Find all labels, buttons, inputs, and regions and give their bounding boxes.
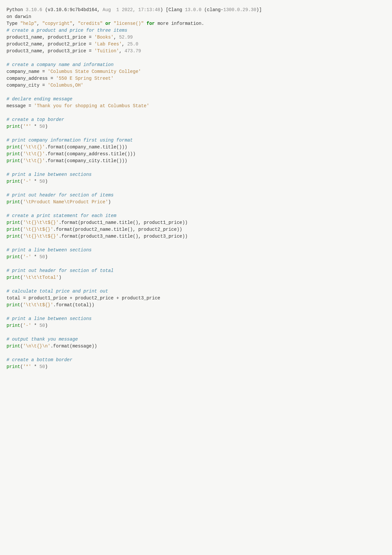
code-token: ) — [45, 179, 48, 184]
code-token: company_city = — [7, 83, 48, 88]
comment-token: # print company information first using … — [7, 138, 133, 143]
code-line: print('\t\t{}'.format(company_address.ti… — [7, 151, 385, 158]
code-line — [7, 89, 385, 96]
code-token: , — [122, 42, 127, 47]
code-token: "help" — [20, 21, 37, 26]
code-line — [7, 206, 385, 212]
code-token: .format(product3_name.title(), product3_… — [59, 234, 188, 239]
code-token: print — [7, 179, 20, 184]
comment-token: # calculate total price and print out — [7, 289, 108, 294]
code-line: # create a bottom border — [7, 357, 385, 363]
code-line: product1_name, product1_price = 'Books',… — [7, 34, 385, 41]
code-line: print('\t\t{}'.format(company_city.title… — [7, 158, 385, 164]
code-token: .format(total)) — [53, 302, 94, 308]
comment-token: # print a line between sections — [7, 316, 91, 321]
code-line: total = product1_price + product2_price … — [7, 295, 385, 302]
code-token: '-' — [23, 254, 31, 260]
code-token: '550 E Spring Street' — [56, 76, 113, 81]
code-token: 50 — [40, 179, 45, 184]
code-token: 25.0 — [127, 42, 139, 47]
code-token: print — [7, 254, 20, 260]
code-line: message = 'Thank you for shopping at Col… — [7, 103, 385, 109]
code-token: .format(message)) — [50, 344, 97, 349]
code-token: Python — [7, 7, 26, 12]
code-line: # declare ending message — [7, 96, 385, 103]
code-token: print — [7, 234, 20, 239]
code-token: print — [7, 158, 20, 163]
code-token: '\t\t{}' — [23, 144, 45, 150]
code-line: # calculate total price and print out — [7, 288, 385, 295]
code-line: print('-' * 50) — [7, 254, 385, 261]
code-token: 50 — [40, 364, 45, 369]
code-token: print — [7, 344, 20, 349]
code-token: 50 — [40, 254, 45, 260]
code-line — [7, 240, 385, 247]
code-line — [7, 350, 385, 357]
code-token: 'Lab Fees' — [94, 42, 122, 47]
code-token: print — [7, 323, 20, 328]
code-token: * — [31, 179, 40, 184]
comment-token: # create a top border — [7, 117, 64, 122]
code-token: '\tProduct Name\tProduct Price' — [23, 199, 108, 205]
code-token: * — [31, 124, 40, 129]
code-token: ) — [59, 275, 61, 280]
code-line: print('\t\t{}'.format(company_name.title… — [7, 144, 385, 151]
code-line: # create a company name and information — [7, 61, 385, 68]
code-line — [7, 109, 385, 116]
code-line: # create a product and price for three i… — [7, 27, 385, 34]
code-line: print('*' * 50) — [7, 123, 385, 130]
code-line — [7, 281, 385, 288]
code-line: # print out header for section of items — [7, 192, 385, 199]
code-line: # print out header for section of total — [7, 267, 385, 274]
code-token: .format(company_city.title())) — [45, 158, 127, 163]
code-token: print — [7, 144, 20, 150]
code-token: total = product1_price + product2_price … — [7, 295, 160, 301]
code-token: ) [Clang — [160, 7, 185, 12]
code-token: ) — [108, 199, 111, 205]
code-token: * — [31, 323, 40, 328]
code-token: 50 — [40, 124, 45, 129]
code-line: print('*' * 50) — [7, 363, 385, 370]
code-token: * — [31, 254, 40, 260]
code-token: .format(company_address.title())) — [45, 151, 136, 157]
code-token: message = — [7, 103, 34, 109]
code-line — [7, 164, 385, 171]
code-line: print('\t\t\t${}'.format(total)) — [7, 302, 385, 309]
code-token: ) — [45, 124, 48, 129]
code-line: # print company information first using … — [7, 137, 385, 144]
code-line: print('\t{}\t\t${}'.format(product1_name… — [7, 219, 385, 226]
code-token: '\t\t{}' — [23, 158, 45, 163]
code-token: '\t\t\tTotal' — [23, 275, 58, 280]
code-token: 52.99 — [119, 35, 133, 40]
code-token: print — [7, 302, 20, 308]
code-line — [7, 55, 385, 61]
code-token: product3_name, product3_price = — [7, 48, 94, 54]
code-line — [7, 185, 385, 192]
code-line: Python 3.10.6 (v3.10.6:9c7b4bd164, Aug 1… — [7, 7, 385, 13]
code-token: print — [7, 275, 20, 280]
code-token: '\t{}\t${}' — [23, 227, 53, 232]
comment-token: # print a line between sections — [7, 172, 91, 177]
code-token: product2_name, product2_price = — [7, 42, 94, 47]
code-token: ) — [45, 364, 48, 369]
comment-token: # create a product and price for three i… — [7, 28, 127, 33]
code-line: product2_name, product2_price = 'Lab Fee… — [7, 41, 385, 48]
code-line: # create a print statement for each item — [7, 212, 385, 219]
code-token: * — [31, 364, 40, 369]
code-token: '\t\t{}' — [23, 151, 45, 157]
code-token: '\t{}\t\t${}' — [23, 220, 58, 225]
comment-token: # print out header for section of items — [7, 193, 114, 198]
code-line — [7, 130, 385, 137]
code-token: 'Tuition' — [94, 48, 119, 54]
comment-token: # print out header for section of total — [7, 268, 114, 273]
code-token: print — [7, 124, 20, 129]
code-line: Type "help", "copyright", "credits" or "… — [7, 20, 385, 27]
code-line — [7, 329, 385, 336]
code-token: 'Books' — [94, 35, 114, 40]
code-line: # print a line between sections — [7, 315, 385, 322]
code-token: , — [37, 21, 42, 26]
comment-token: # create a bottom border — [7, 357, 73, 362]
code-line: company_name = 'Columbus State Community… — [7, 68, 385, 75]
code-token: more information. — [155, 21, 204, 26]
code-token: Type — [7, 21, 20, 26]
